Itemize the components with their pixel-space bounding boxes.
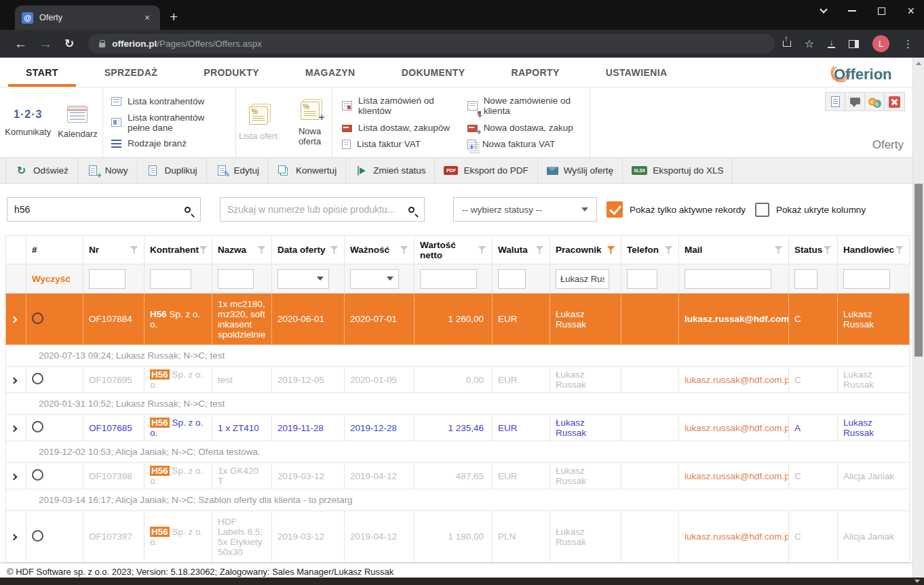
lista-kontrahentow-item[interactable]: Lista kontrahentów bbox=[111, 96, 227, 106]
lock-icon[interactable] bbox=[99, 43, 105, 47]
rodzaje-branz-item[interactable]: Rodzaje branż bbox=[111, 138, 227, 148]
convert-button[interactable]: Konwertuj bbox=[269, 158, 346, 183]
filter-funnel-icon[interactable] bbox=[257, 246, 266, 254]
search-icon[interactable] bbox=[185, 207, 191, 213]
col-header-waznosc[interactable]: Ważność bbox=[345, 236, 415, 264]
lista-dostaw-item[interactable]: Lista dostaw, zakupów bbox=[342, 123, 451, 133]
col-header-handlowiec[interactable]: Handlowiec bbox=[838, 236, 910, 264]
profile-avatar[interactable]: L bbox=[872, 35, 889, 52]
scrollbar-thumb[interactable] bbox=[915, 184, 923, 357]
offer-mail[interactable]: lukasz.russak@hdf.com.pl bbox=[685, 471, 789, 481]
expand-row-icon[interactable] bbox=[11, 377, 18, 384]
active-filter-funnel-icon[interactable] bbox=[607, 246, 615, 254]
expand-row-icon[interactable] bbox=[11, 534, 18, 541]
filter-nazwa-input[interactable] bbox=[218, 269, 254, 289]
lista-ofert-button[interactable]: Lista ofert bbox=[239, 104, 278, 141]
browser-tab[interactable]: @ Oferty × bbox=[15, 5, 160, 30]
offer-mail[interactable]: lukasz.russak@hdf.com.pl bbox=[685, 423, 789, 433]
tab-close-icon[interactable]: × bbox=[141, 12, 153, 24]
address-bar[interactable]: offerion.pl /Pages/Offers/Offers.aspx bbox=[88, 34, 774, 54]
offer-row[interactable]: OF107685 H56 Sp. z o. o. 1 x ZT410 2019-… bbox=[6, 415, 910, 441]
filter-wartosc-input[interactable] bbox=[420, 269, 477, 289]
change-status-button[interactable]: Zmień status bbox=[346, 158, 435, 183]
col-header-telefon[interactable]: Telefon bbox=[621, 236, 679, 264]
scroll-down-arrow[interactable] bbox=[915, 580, 920, 583]
col-header-status[interactable]: Status bbox=[789, 236, 838, 264]
col-header-kontrahent[interactable]: Kontrahent bbox=[145, 236, 212, 264]
lista-kontrahentow-pelne-item[interactable]: Lista kontrahentów pełne dane bbox=[111, 113, 227, 133]
col-header-nazwa[interactable]: Nazwa bbox=[212, 236, 272, 264]
comment-action-button[interactable] bbox=[845, 93, 865, 110]
expand-row-icon[interactable] bbox=[11, 473, 18, 480]
col-header-waluta[interactable]: Waluta bbox=[493, 236, 550, 264]
col-header-wartosc-netto[interactable]: Wartość netto bbox=[415, 236, 493, 264]
filter-pracownik-input[interactable] bbox=[556, 269, 609, 289]
window-close-button[interactable]: × bbox=[907, 5, 915, 17]
side-panel-icon[interactable] bbox=[849, 40, 859, 48]
offer-row[interactable]: OF107397 H56 Sp. z o. o. HDF Labels 8.5;… bbox=[6, 511, 910, 563]
offer-mail[interactable]: lukasz.russak@hdf.com.pl bbox=[685, 531, 789, 542]
close-action-button[interactable] bbox=[885, 93, 904, 110]
bookmark-star-icon[interactable]: ☆ bbox=[805, 37, 814, 50]
show-active-checkbox[interactable] bbox=[607, 201, 623, 218]
nowa-dostawa-item[interactable]: Nowa dostawa, zakup bbox=[467, 123, 580, 133]
vertical-scrollbar[interactable] bbox=[912, 58, 924, 578]
window-chevron-down-icon[interactable] bbox=[820, 5, 828, 13]
filter-handlowiec-input[interactable] bbox=[843, 269, 890, 289]
col-header-hash[interactable]: # bbox=[26, 236, 83, 264]
filter-funnel-icon[interactable] bbox=[478, 246, 486, 254]
window-maximize-button[interactable] bbox=[878, 7, 885, 15]
expand-row-icon[interactable] bbox=[11, 317, 18, 323]
show-hidden-checkbox[interactable] bbox=[755, 203, 769, 217]
window-minimize-button[interactable] bbox=[848, 10, 856, 12]
filter-funnel-icon[interactable] bbox=[664, 246, 673, 254]
filter-funnel-icon[interactable] bbox=[895, 246, 904, 254]
filter-waznosc-select[interactable] bbox=[350, 269, 399, 289]
row-radio[interactable] bbox=[32, 373, 43, 384]
clear-filters-link[interactable]: Wyczyść bbox=[32, 274, 71, 284]
product-search-input[interactable] bbox=[227, 204, 408, 215]
nowe-zamowienie-item[interactable]: Nowe zamówienie od klienta bbox=[467, 96, 580, 116]
lista-zamowien-item[interactable]: Lista zamówień od klientów bbox=[342, 96, 451, 116]
offer-row[interactable]: OF107398 H56 Sp. z o. o. 1x GK420 T 2019… bbox=[6, 463, 910, 489]
send-offer-button[interactable]: Wyślij ofertę bbox=[538, 158, 623, 183]
forward-button[interactable]: → bbox=[39, 37, 52, 52]
menu-magazyn[interactable]: MAGAZYN bbox=[288, 58, 373, 87]
menu-start[interactable]: START bbox=[8, 58, 76, 87]
offer-mail[interactable]: lukasz.russak@hdf.com.pl bbox=[685, 375, 789, 385]
filter-nr-input[interactable] bbox=[89, 269, 126, 289]
currency-action-button[interactable]: €$ bbox=[865, 93, 885, 110]
expand-row-icon[interactable] bbox=[11, 425, 18, 432]
filter-mail-input[interactable] bbox=[685, 269, 771, 289]
export-xls-button[interactable]: XLSX Eksportuj do XLS bbox=[623, 158, 733, 183]
kalendarz-button[interactable]: Kalendarz bbox=[58, 106, 98, 139]
filter-funnel-icon[interactable] bbox=[130, 246, 138, 254]
menu-produkty[interactable]: PRODUKTY bbox=[186, 58, 277, 87]
offer-row[interactable]: OF107884 H56 Sp. z o. o. 1x mc2180, mz32… bbox=[6, 294, 910, 345]
share-icon[interactable] bbox=[783, 41, 791, 47]
browser-menu-icon[interactable]: ⋮ bbox=[903, 38, 913, 50]
komunikaty-button[interactable]: 1·2·3 Komunikaty bbox=[5, 108, 51, 137]
filter-funnel-icon[interactable] bbox=[823, 246, 832, 254]
menu-dokumenty[interactable]: DOKUMENTY bbox=[384, 58, 483, 87]
filter-data-oferty-select[interactable] bbox=[277, 269, 329, 289]
nowa-faktura-item[interactable]: Nowa faktura VAT bbox=[467, 139, 580, 149]
filter-funnel-icon[interactable] bbox=[774, 246, 783, 254]
lista-faktur-item[interactable]: Lista faktur VAT bbox=[342, 139, 451, 149]
offer-mail[interactable]: lukasz.russak@hdf.com.pl bbox=[685, 314, 789, 324]
filter-telefon-input[interactable] bbox=[627, 269, 657, 289]
nowa-oferta-button[interactable]: + Nowa oferta bbox=[290, 99, 330, 146]
row-radio[interactable] bbox=[32, 421, 43, 432]
status-dropdown[interactable]: -- wybierz statusy -- bbox=[453, 197, 597, 222]
reload-button[interactable]: ↻ bbox=[64, 37, 74, 51]
filter-funnel-icon[interactable] bbox=[330, 246, 339, 254]
filter-kontrahent-input[interactable] bbox=[150, 269, 191, 289]
product-search-icon[interactable] bbox=[408, 207, 415, 213]
row-radio[interactable] bbox=[32, 312, 43, 324]
duplicate-button[interactable]: Duplikuj bbox=[138, 158, 207, 183]
row-radio[interactable] bbox=[32, 530, 43, 542]
new-button[interactable]: Nowy bbox=[78, 158, 138, 183]
downloads-icon[interactable]: ↓ bbox=[828, 39, 835, 48]
col-header-pracownik[interactable]: Pracownik bbox=[550, 236, 621, 264]
filter-waluta-input[interactable] bbox=[498, 269, 526, 289]
